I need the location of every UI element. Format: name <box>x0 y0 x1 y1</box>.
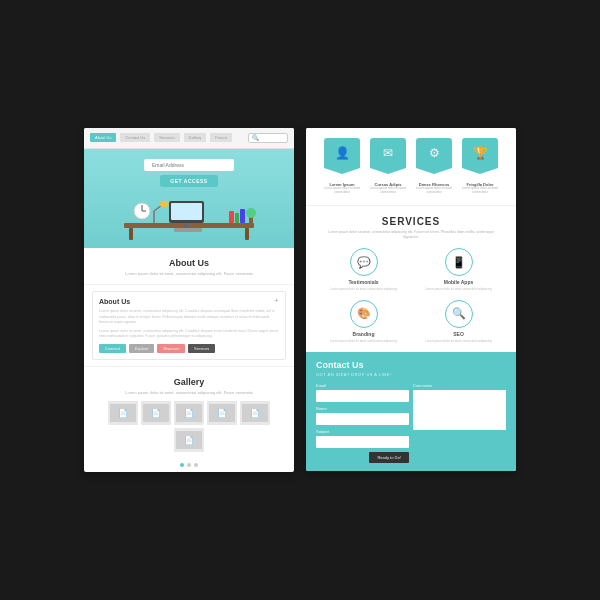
get-access-button[interactable]: GET ACCESS <box>160 175 217 187</box>
gallery-item[interactable]: 📄 <box>240 401 270 425</box>
about-subtitle: Lorem ipsum dolor sit amet, consectetur … <box>94 271 284 277</box>
branding-circle: 🎨 <box>350 300 378 328</box>
mobile-circle: 📱 <box>445 248 473 276</box>
name-label: Name <box>316 406 409 411</box>
testimonials-name: Testimonials <box>348 279 378 285</box>
svg-rect-17 <box>129 228 133 240</box>
feature-desc-1: Lorem ipsum dolor sit amet consectetur <box>322 187 362 195</box>
pagination <box>84 458 294 472</box>
search-box[interactable]: 🔍 <box>248 133 288 143</box>
desk-illustration <box>114 193 264 248</box>
file-icon: 📄 <box>217 409 227 418</box>
svg-point-10 <box>159 201 169 207</box>
left-page: About Us Contact Us Services Gallery For… <box>84 128 294 472</box>
magnifier-icon: 🔍 <box>452 307 466 320</box>
file-icon: 📄 <box>118 409 128 418</box>
feature-desc-3: Lorem ipsum dolor sit amet consectetur <box>414 187 454 195</box>
pagination-dot[interactable] <box>180 463 184 467</box>
feature-icon-box-1: 👤 <box>324 138 360 168</box>
email-label: Email <box>316 383 409 388</box>
svg-point-16 <box>246 208 256 218</box>
nav-tab-contact[interactable]: Contact Us <box>120 133 150 142</box>
service-testimonials: 💬 Testimonials Lorem ipsum dolor sit ame… <box>320 248 407 292</box>
svg-rect-12 <box>229 211 234 223</box>
services-button[interactable]: Services <box>188 344 215 353</box>
file-icon: 📄 <box>184 409 194 418</box>
palette-icon: 🎨 <box>357 307 371 320</box>
mobile-name: Mobile Apps <box>444 279 474 285</box>
service-seo: 🔍 SEO Lorem ipsum dolor sit amet consect… <box>415 300 502 344</box>
branding-desc: Lorem ipsum dolor sit amet consectetur a… <box>330 340 397 344</box>
contact-subject-input[interactable] <box>316 436 409 448</box>
pagination-dot[interactable] <box>194 463 198 467</box>
feature-icon-box-3: ⚙ <box>416 138 452 168</box>
testimonials-circle: 💬 <box>350 248 378 276</box>
nav-tab-gallery[interactable]: Gallery <box>184 133 207 142</box>
mobile-desc: Lorem ipsum dolor sit amet consectetur a… <box>425 288 492 292</box>
comments-group: Comments <box>413 383 506 430</box>
gallery-item[interactable]: 📄 <box>174 428 204 452</box>
search-icon: 🔍 <box>252 134 259 141</box>
person-icon: 👤 <box>335 146 350 160</box>
contact-name-input[interactable] <box>316 413 409 425</box>
hero-section: GET ACCESS <box>84 149 294 248</box>
contact-section: Contact Us GOT AN IDEA? DROP US A LINE! … <box>306 352 516 471</box>
subject-label: Subject <box>316 429 409 434</box>
contact-title: Contact Us <box>316 360 506 370</box>
feature-card-1: 👤 Lorem Ipsum Lorem ipsum dolor sit amet… <box>322 138 362 195</box>
connect-button[interactable]: Connect <box>99 344 126 353</box>
services-desc: Lorem ipsum dolor sit amet, consectetur … <box>321 230 501 241</box>
file-icon: 📄 <box>184 436 194 445</box>
about-section-header: About Us Lorem ipsum dolor sit amet, con… <box>84 248 294 286</box>
about-card-title: About Us <box>99 298 279 305</box>
contact-comments-input[interactable] <box>413 390 506 430</box>
file-icon: 📄 <box>151 409 161 418</box>
comments-label: Comments <box>413 383 506 388</box>
gallery-section: Gallery Lorem ipsum dolor sit amet, cons… <box>84 366 294 459</box>
services-title: SERVICES <box>316 216 506 227</box>
nav-bar: About Us Contact Us Services Gallery For… <box>84 128 294 149</box>
about-card-text1: Lorem ipsum dolor sit amet, consectetur … <box>99 309 279 325</box>
nav-tab-services[interactable]: Services <box>154 133 179 142</box>
services-grid: 💬 Testimonials Lorem ipsum dolor sit ame… <box>316 248 506 344</box>
feature-card-3: ⚙ Donec Rhoncus Lorem ipsum dolor sit am… <box>414 138 454 195</box>
nav-tab-about[interactable]: About Us <box>90 133 116 142</box>
svg-rect-3 <box>184 223 189 228</box>
discover-button[interactable]: Discover <box>157 344 185 353</box>
svg-rect-11 <box>174 228 202 232</box>
nav-tab-forum[interactable]: Forum <box>210 133 232 142</box>
feature-card-2: ✉ Cursus Adipis Lorem ipsum dolor sit am… <box>368 138 408 195</box>
gallery-item[interactable]: 📄 <box>108 401 138 425</box>
explore-button[interactable]: Explore <box>129 344 155 353</box>
gear-icon: ⚙ <box>429 146 440 160</box>
feature-row: 👤 Lorem Ipsum Lorem ipsum dolor sit amet… <box>306 128 516 206</box>
seo-desc: Lorem ipsum dolor sit amet consectetur a… <box>425 340 492 344</box>
gallery-title: Gallery <box>94 377 284 387</box>
services-section: SERVICES Lorem ipsum dolor sit amet, con… <box>306 206 516 352</box>
feature-desc-4: Lorem ipsum dolor sit amet consectetur <box>460 187 500 195</box>
expand-icon[interactable]: + <box>274 296 279 305</box>
chat-icon: 💬 <box>357 256 371 269</box>
pagination-dot[interactable] <box>187 463 191 467</box>
trophy-icon: 🏆 <box>473 146 488 160</box>
contact-right-fields: Comments <box>413 383 506 463</box>
feature-desc-2: Lorem ipsum dolor sit amet consectetur <box>368 187 408 195</box>
file-icon: 📄 <box>250 409 260 418</box>
gallery-item[interactable]: 📄 <box>207 401 237 425</box>
email-input[interactable] <box>144 159 234 171</box>
seo-circle: 🔍 <box>445 300 473 328</box>
service-branding: 🎨 Branding Lorem ipsum dolor sit amet co… <box>320 300 407 344</box>
gallery-item[interactable]: 📄 <box>141 401 171 425</box>
about-title: About Us <box>94 258 284 268</box>
feature-icon-box-4: 🏆 <box>462 138 498 168</box>
testimonials-desc: Lorem ipsum dolor sit amet consectetur a… <box>330 288 397 292</box>
about-card-text2: Lorem ipsum dolor sit amet, consectetur … <box>99 329 279 340</box>
name-group: Name <box>316 406 409 425</box>
service-mobile: 📱 Mobile Apps Lorem ipsum dolor sit amet… <box>415 248 502 292</box>
submit-button[interactable]: Ready to Go! <box>369 452 409 463</box>
contact-left-fields: Email Name Subject Ready to Go! <box>316 383 409 463</box>
contact-email-input[interactable] <box>316 390 409 402</box>
about-card: + About Us Lorem ipsum dolor sit amet, c… <box>92 291 286 359</box>
gallery-item[interactable]: 📄 <box>174 401 204 425</box>
contact-subtitle: GOT AN IDEA? DROP US A LINE! <box>316 372 506 377</box>
